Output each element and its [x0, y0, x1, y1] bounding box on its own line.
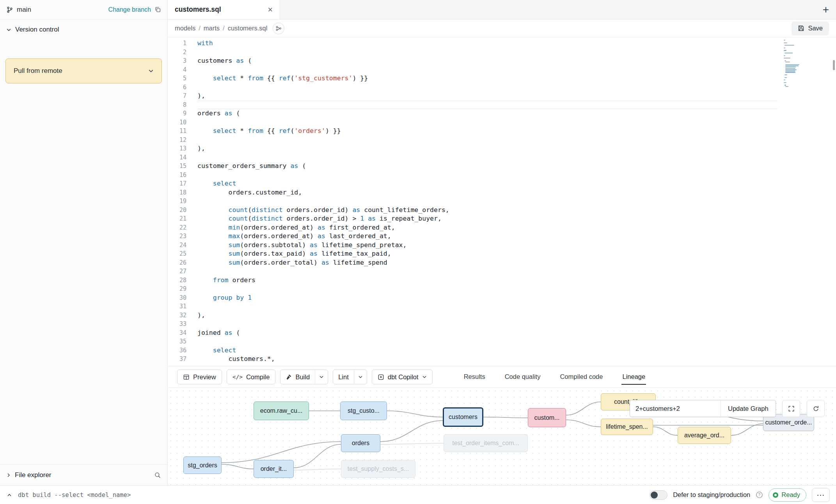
code-line[interactable]: 35 [168, 337, 836, 346]
breadcrumb-part[interactable]: models [175, 25, 195, 32]
code-line[interactable]: 6 [168, 83, 836, 92]
code-line[interactable]: 2 [168, 48, 836, 57]
code-line[interactable]: 25 sum(orders.tax_paid) as lifetime_tax_… [168, 249, 836, 258]
code-line[interactable]: 34joined as ( [168, 329, 836, 338]
lineage-node-stg-orders[interactable]: stg_orders [183, 456, 222, 474]
preview-button[interactable]: Preview [177, 370, 222, 384]
code-line[interactable]: 1with [168, 39, 836, 48]
code-line[interactable]: 24 sum(orders.subtotal) as lifetime_spen… [168, 241, 836, 250]
breadcrumb-part[interactable]: marts [204, 25, 220, 32]
code-line[interactable]: 26 sum(orders.order_total) as lifetime_s… [168, 258, 836, 267]
lineage-node-order-items[interactable]: order_it... [254, 460, 294, 478]
copy-icon[interactable] [154, 6, 161, 13]
build-button[interactable]: Build [280, 370, 315, 384]
code-line[interactable]: 12 [168, 136, 836, 145]
code-line[interactable]: 7), [168, 92, 836, 101]
tab-compiled-code[interactable]: Compiled code [559, 370, 603, 385]
breadcrumb-part[interactable]: customers.sql [228, 25, 268, 32]
new-tab-button[interactable]: + [816, 0, 836, 19]
dbt-copilot-button[interactable]: dbt Copilot [372, 370, 433, 384]
compile-button[interactable]: </> Compile [227, 370, 276, 384]
tab-code-quality[interactable]: Code quality [504, 370, 541, 385]
help-icon[interactable]: ? [756, 491, 763, 499]
code-line[interactable]: 14 [168, 153, 836, 162]
pull-from-remote-button[interactable]: Pull from remote [5, 58, 162, 83]
chevron-down-icon [6, 27, 11, 32]
code-line[interactable]: 23 max(orders.ordered_at) as last_ordere… [168, 232, 836, 241]
lineage-node-stg-customers[interactable]: stg_custo... [340, 401, 387, 420]
lineage-node-ecom-raw-customers[interactable]: ecom.raw_cu... [254, 401, 309, 420]
code-line[interactable]: 32), [168, 311, 836, 320]
build-dropdown-button[interactable] [315, 370, 328, 384]
code-line[interactable]: 8 [168, 101, 836, 110]
code-line[interactable]: 15customer_orders_summary as ( [168, 162, 836, 171]
compile-code-icon: </> [233, 374, 243, 380]
ready-dot-icon [773, 492, 778, 498]
line-number: 4 [168, 65, 186, 74]
line-content: select * from {{ ref('orders') }} [197, 127, 777, 136]
line-content [197, 83, 777, 92]
code-line[interactable]: 9orders as ( [168, 109, 836, 118]
code-line[interactable]: 13), [168, 144, 836, 153]
minimap[interactable] [784, 40, 815, 87]
lineage-node-lifetime-spend[interactable]: lifetime_spen... [601, 419, 653, 435]
code-line[interactable]: 30 group by 1 [168, 294, 836, 302]
defer-toggle[interactable] [650, 490, 667, 500]
version-control-header[interactable]: Version control [0, 19, 167, 40]
code-line[interactable]: 37 customers.*, [168, 355, 836, 364]
lineage-node-customers-semantic[interactable]: custom... [528, 408, 566, 427]
code-line[interactable]: 29 [168, 285, 836, 294]
code-line[interactable]: 28 from orders [168, 276, 836, 285]
lint-button[interactable]: Lint [333, 370, 354, 384]
editor-scrollbar-thumb[interactable] [833, 60, 835, 70]
code-line[interactable]: 10 [168, 118, 836, 127]
code-editor[interactable]: 1with23customers as (45 select * from {{… [168, 37, 836, 366]
view-lineage-icon-button[interactable] [273, 23, 284, 34]
code-line[interactable]: 27 [168, 267, 836, 276]
save-button[interactable]: Save [792, 21, 829, 35]
lineage-node-orders[interactable]: orders [341, 434, 380, 452]
lineage-node-test-order-items[interactable]: test_order_items_com... [444, 434, 528, 452]
code-line[interactable]: 22 min(orders.ordered_at) as first_order… [168, 223, 836, 232]
line-number: 28 [168, 276, 186, 285]
update-graph-button[interactable]: Update Graph [721, 400, 776, 417]
lint-dropdown-button[interactable] [354, 370, 367, 384]
code-line[interactable]: 3customers as ( [168, 57, 836, 65]
code-line[interactable]: 19 [168, 197, 836, 206]
lineage-panel[interactable]: ecom.raw_cu...stg_custo...customerscusto… [168, 388, 836, 485]
code-line[interactable]: 4 [168, 65, 836, 74]
command-input-text[interactable]: dbt build --select <model_name> [18, 492, 131, 499]
code-line[interactable]: 21 count(distinct orders.order_id) > 1 a… [168, 214, 836, 223]
lineage-node-customers[interactable]: customers [443, 407, 483, 427]
search-icon[interactable] [154, 472, 161, 479]
line-content: min(orders.ordered_at) as first_ordered_… [197, 223, 777, 232]
chevron-right-icon [6, 473, 11, 477]
lineage-node-test-supply-costs[interactable]: test_supply_costs_s... [341, 460, 415, 478]
line-content: select * from {{ ref('stg_customers') }} [197, 74, 777, 83]
line-content [197, 118, 777, 127]
tab-results[interactable]: Results [463, 370, 486, 385]
code-line[interactable]: 36 select [168, 346, 836, 355]
change-branch-link[interactable]: Change branch [108, 6, 151, 13]
more-options-button[interactable]: ⋯ [812, 488, 830, 502]
code-line[interactable]: 20 count(distinct orders.order_id) as co… [168, 206, 836, 215]
close-icon[interactable]: × [268, 5, 273, 14]
code-line[interactable]: 18 orders.customer_id, [168, 188, 836, 197]
code-line[interactable]: 33 [168, 320, 836, 329]
code-line[interactable]: 16 [168, 171, 836, 180]
code-line[interactable]: 5 select * from {{ ref('stg_customers') … [168, 74, 836, 83]
tab-customers-sql[interactable]: customers.sql × [168, 0, 280, 19]
file-explorer-row[interactable]: File explorer [0, 464, 167, 485]
code-line[interactable]: 17 select [168, 179, 836, 188]
chevron-up-icon[interactable] [6, 492, 12, 498]
fullscreen-button[interactable] [782, 400, 800, 417]
status-badge[interactable]: Ready [769, 488, 806, 502]
code-line[interactable]: 31 [168, 302, 836, 311]
lineage-selector-input[interactable] [630, 400, 721, 417]
line-number: 29 [168, 285, 186, 294]
refresh-graph-button[interactable] [807, 400, 825, 417]
tab-lineage[interactable]: Lineage [621, 370, 646, 385]
line-content: sum(orders.subtotal) as lifetime_spend_p… [197, 241, 777, 250]
code-line[interactable]: 11 select * from {{ ref('orders') }} [168, 127, 836, 136]
lineage-node-average-order[interactable]: average_ord... [678, 427, 731, 444]
